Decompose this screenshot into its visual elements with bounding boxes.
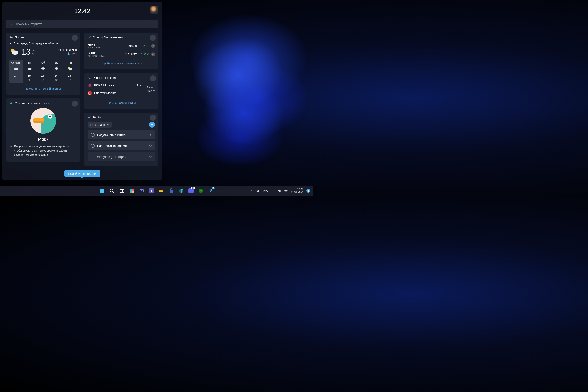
go-to-news-button[interactable]: Перейти к новостям xyxy=(64,170,100,177)
chat-button[interactable] xyxy=(137,186,146,195)
family-safety-card[interactable]: Семейная безопасность ⋯ Марк Попросите М… xyxy=(6,98,80,162)
svg-point-0 xyxy=(10,23,12,25)
svg-point-12 xyxy=(54,68,58,70)
task-item[interactable]: Подключение Интерн... ★ xyxy=(88,130,155,140)
svg-point-34 xyxy=(141,190,142,191)
svg-rect-23 xyxy=(100,191,102,193)
todo-menu-button[interactable]: ⋯ xyxy=(150,115,156,121)
svg-point-5 xyxy=(12,50,18,55)
todo-card[interactable]: To Do ⋯ Задачи + Подключение Интерн... ★ xyxy=(84,112,158,166)
forecast-day[interactable]: Сб14°9° xyxy=(36,60,50,83)
weather-full-forecast-link[interactable]: Посмотреть полный прогноз xyxy=(10,86,77,92)
forecast-day[interactable]: Пн15°9° xyxy=(64,60,77,83)
weather-condition: В осн. облачно 💧44% xyxy=(58,48,77,56)
onedrive-icon[interactable] xyxy=(256,189,260,192)
sports-more-link[interactable]: Больше Россия. РФПЛ xyxy=(88,100,155,106)
svg-rect-27 xyxy=(120,189,122,192)
team-name: ЦСКА Москва xyxy=(94,84,134,87)
svg-point-40 xyxy=(273,192,273,192)
explorer-button[interactable] xyxy=(157,186,166,195)
wallpaper-bloom xyxy=(162,0,313,196)
unit-celsius[interactable]: °C xyxy=(32,48,34,52)
svg-rect-29 xyxy=(130,189,132,191)
team-logo-icon xyxy=(88,91,92,95)
task-view-button[interactable] xyxy=(118,186,126,195)
family-member-name: Марк xyxy=(10,137,77,142)
chevron-up-icon[interactable] xyxy=(250,189,254,192)
sports-card[interactable]: РОССИЯ. РФПЛ ⋯ ЦСКА Москва 1 ◄ Спартак М… xyxy=(84,73,158,109)
edge-button[interactable] xyxy=(177,186,186,195)
todo-icon xyxy=(88,116,91,119)
weather-icon xyxy=(10,36,13,39)
search-placeholder: Поиск в Интернете xyxy=(16,22,42,26)
svg-point-7 xyxy=(28,68,32,70)
forecast-day[interactable]: Пт16°9° xyxy=(23,60,36,83)
weather-menu-button[interactable]: ⋯ xyxy=(72,35,78,41)
star-icon[interactable]: ☆ xyxy=(149,144,152,148)
family-desc: Попросите Марк подключить их устройство,… xyxy=(14,145,76,157)
star-icon[interactable]: ★ xyxy=(149,133,152,137)
forecast-day[interactable]: Сегодня14°8° xyxy=(10,60,23,83)
svg-point-20 xyxy=(88,77,89,78)
sports-menu-button[interactable]: ⋯ xyxy=(150,76,156,82)
current-temp: 13 °C°F xyxy=(22,47,35,56)
weather-card[interactable]: Погода ⋯ Волгоград, Волгоградская област… xyxy=(6,33,80,94)
weather-location[interactable]: Волгоград, Волгоградская область xyxy=(10,42,77,45)
teams-button[interactable]: T xyxy=(147,186,156,195)
search-button[interactable] xyxy=(108,186,116,195)
add-task-button[interactable]: + xyxy=(149,122,155,128)
language-indicator[interactable]: РУС xyxy=(263,189,268,192)
panel-clock: 12:42 xyxy=(74,7,90,14)
svg-rect-35 xyxy=(170,190,173,192)
notification-badge[interactable]: 1 xyxy=(306,189,310,193)
watchlist-card[interactable]: Список Отслеживания ⋯ MSFTMICROSOFT ... … xyxy=(84,33,158,70)
stock-row[interactable]: MSFTMICROSOFT ... 298,58 +1,28% xyxy=(88,42,155,50)
stock-row[interactable]: GOOGALPHABET INC. 2 818,77 +0,93% xyxy=(88,50,155,58)
family-icon xyxy=(10,102,13,105)
team-name: Спартак Москва xyxy=(94,91,138,95)
watchlist-title: Список Отслеживания xyxy=(93,36,124,39)
watchlist-menu-button[interactable]: ⋯ xyxy=(150,35,156,41)
check-icon xyxy=(151,44,155,48)
task-checkbox[interactable] xyxy=(91,133,94,137)
start-button[interactable] xyxy=(98,186,106,195)
edit-icon[interactable] xyxy=(60,42,63,45)
todo-list-selector[interactable]: Задачи xyxy=(88,122,112,128)
user-avatar[interactable] xyxy=(150,6,158,14)
panel-header: 12:42 xyxy=(6,6,158,16)
svg-rect-43 xyxy=(285,191,286,191)
widgets-button[interactable] xyxy=(128,186,136,195)
search-icon xyxy=(10,22,13,26)
task-checkbox[interactable] xyxy=(91,144,94,148)
security-button[interactable]: 2 xyxy=(206,186,215,195)
team-logo-icon xyxy=(88,83,92,88)
check-icon xyxy=(151,52,155,56)
taskbar-clock[interactable]: 12:42 23.09.2021 xyxy=(290,188,304,194)
svg-point-8 xyxy=(41,68,45,70)
forecast-day[interactable]: Вс14°9° xyxy=(50,60,64,83)
volume-icon[interactable] xyxy=(278,189,281,192)
search-box[interactable]: Поиск в Интернете xyxy=(6,20,158,28)
discord-button[interactable]: 10 xyxy=(187,186,195,195)
task-item[interactable]: Wargaming - настроит... ☆ xyxy=(88,152,155,162)
xbox-button[interactable] xyxy=(197,186,205,195)
sports-title: РОССИЯ. РФПЛ xyxy=(93,76,116,80)
sports-icon xyxy=(88,76,91,80)
battery-icon[interactable] xyxy=(284,189,288,192)
svg-rect-22 xyxy=(102,189,104,191)
home-icon xyxy=(90,123,93,126)
match-meta: Финал 20 сент. xyxy=(143,86,155,93)
task-item[interactable]: Настройка канала #up... ☆ xyxy=(88,141,155,150)
store-button[interactable] xyxy=(167,186,176,195)
family-menu-button[interactable]: ⋯ xyxy=(72,100,78,106)
svg-line-26 xyxy=(112,192,114,192)
svg-rect-21 xyxy=(100,189,102,191)
family-member-avatar xyxy=(30,108,56,134)
star-icon[interactable]: ☆ xyxy=(149,155,152,159)
wifi-icon[interactable] xyxy=(271,189,275,192)
svg-line-1 xyxy=(12,24,12,25)
svg-rect-24 xyxy=(102,191,104,193)
unit-fahrenheit[interactable]: °F xyxy=(32,53,34,56)
team-score: 1 ◄ xyxy=(137,84,143,87)
watchlist-link[interactable]: Перейти к списку отслеживания xyxy=(88,60,155,66)
